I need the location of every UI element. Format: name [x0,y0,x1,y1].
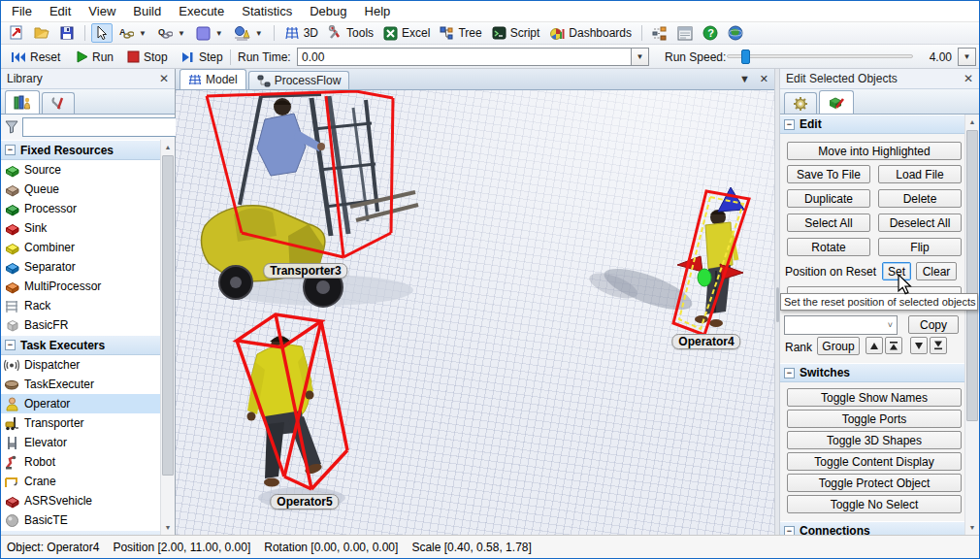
menu-help[interactable]: Help [356,2,400,20]
select-all-button[interactable]: Select All [787,214,870,232]
library-item-elevator[interactable]: Elevator [1,433,160,452]
library-item-taskexecuter[interactable]: TaskExecuter [1,375,160,394]
select-mode-button[interactable] [91,23,113,43]
new-model-button[interactable] [5,23,28,43]
collapse-icon[interactable]: − [784,526,795,536]
run-button[interactable]: Run [73,45,117,69]
scroll-up-icon[interactable]: ▲ [161,140,175,154]
toggle-content-display-button[interactable]: Toggle Content Display [787,452,962,471]
library-item-queue[interactable]: Queue [1,180,160,199]
library-item-transporter[interactable]: Transporter [1,413,160,433]
deselect-all-button[interactable]: Deselect All [878,214,962,232]
toggle-show-names-button[interactable]: Toggle Show Names [787,388,962,407]
library-item-basicfr[interactable]: BasicFR [1,315,160,335]
scroll-down-icon[interactable]: ▼ [161,520,175,535]
dashboards-button[interactable]: Dashboards [545,24,636,43]
tab-edit-objects[interactable] [819,90,854,114]
library-item-rack[interactable]: Rack [1,296,160,315]
save-model-button[interactable] [55,23,79,43]
tab-library-tools[interactable] [42,92,75,114]
chevron-down-icon[interactable]: ▼ [138,29,147,38]
rank-up-button[interactable] [866,337,883,354]
splitter-grip[interactable] [776,287,779,322]
menu-build[interactable]: Build [124,2,170,20]
section-header-edit[interactable]: −Edit [780,115,964,134]
menu-file[interactable]: File [3,2,41,20]
set-button[interactable]: Set [882,262,911,280]
open-3d-view-button[interactable]: 3D [280,24,322,42]
slider-track[interactable] [727,54,913,58]
scroll-up-icon[interactable]: ▲ [965,115,979,129]
menu-execute[interactable]: Execute [170,2,233,20]
chevron-down-icon[interactable]: ▼ [254,29,264,38]
rotate-button[interactable]: Rotate [787,238,870,256]
library-item-sink[interactable]: Sink [1,218,160,238]
menu-statistics[interactable]: Statistics [233,2,301,20]
flowchart-button[interactable] [648,24,671,43]
rank-to-bottom-button[interactable] [930,337,947,354]
run-time-input[interactable] [297,48,632,66]
library-scrollbar[interactable]: ▲ ▼ [160,140,175,535]
close-icon[interactable]: ✕ [964,72,973,85]
run-time-dropdown[interactable]: ▼ [631,48,649,66]
close-view-icon[interactable]: ✕ [760,73,768,85]
copy-button[interactable]: Copy [908,315,959,334]
script-button[interactable]: Script [488,24,544,42]
library-filter-input[interactable] [22,117,180,137]
library-item-basicte[interactable]: BasicTE [1,510,160,530]
library-item-asrsvehicle[interactable]: ASRSvehicle [1,491,160,510]
library-item-dispatcher[interactable]: Dispatcher [1,355,160,375]
library-section-task-executers[interactable]: −Task Executers [1,335,160,355]
library-section-travel-networks[interactable]: −Travel Networks [1,530,160,535]
stop-button[interactable]: Stop [123,45,172,69]
collapse-icon[interactable]: − [5,145,16,155]
toggle-ports-button[interactable]: Toggle Ports [787,410,962,428]
library-item-operator[interactable]: Operator [1,394,160,413]
menu-edit[interactable]: Edit [41,2,80,20]
run-speed-slider[interactable] [727,54,913,58]
scroll-thumb[interactable] [162,155,174,476]
close-icon[interactable]: ✕ [159,72,169,85]
tab-library-objects[interactable] [5,90,40,114]
group-button[interactable]: Group [817,337,860,355]
toggle-no-select-button[interactable]: Toggle No Select [787,495,962,513]
menu-view[interactable]: View [80,2,124,20]
online-content-button[interactable] [724,23,747,43]
collapse-icon[interactable]: − [5,340,16,350]
library-section-fixed-resources[interactable]: −Fixed Resources [1,140,160,160]
connect-ports-button[interactable]: Q▼ [153,24,190,42]
library-item-crane[interactable]: Crane [1,472,160,491]
color-button[interactable]: ▼ [192,24,228,43]
tab-settings[interactable] [784,92,817,114]
reset-button[interactable]: Reset [7,45,64,69]
section-header-switches[interactable]: −Switches [780,363,964,382]
rank-down-button[interactable] [910,337,928,354]
help-button[interactable]: ? [699,23,722,43]
properties-window-button[interactable] [673,24,697,43]
filter-funnel-icon[interactable] [4,119,19,135]
tree-button[interactable]: Tree [436,24,485,43]
tab-list-dropdown-icon[interactable]: ▼ [739,73,750,85]
chevron-down-icon[interactable]: ▼ [177,29,186,38]
tab-model[interactable]: Model [180,69,246,89]
library-item-combiner[interactable]: Combiner [1,238,160,257]
step-button[interactable]: Step [178,45,227,69]
tools-button[interactable]: Tools [324,23,377,43]
toggle-3d-shapes-button[interactable]: Toggle 3D Shapes [787,431,962,449]
3d-scene[interactable]: Transporter3 Operator4 Operator5 [176,90,774,535]
tab-processflow[interactable]: ProcessFlow [248,71,350,89]
library-item-source[interactable]: Source [1,160,160,180]
library-item-robot[interactable]: Robot [1,452,160,472]
library-item-multiprocessor[interactable]: MultiProcessor [1,277,160,296]
connect-objects-button[interactable]: A▼ [114,24,151,42]
rank-to-top-button[interactable] [885,337,902,354]
save-to-file-button[interactable]: Save To File [787,165,870,183]
run-speed-dropdown[interactable]: ▼ [958,48,976,66]
duplicate-button[interactable]: Duplicate [787,189,870,208]
menu-debug[interactable]: Debug [301,2,355,20]
edit-panel-scrollbar[interactable]: ▲ ▼ [964,115,979,535]
slider-handle[interactable] [741,49,750,64]
toggle-protect-object-button[interactable]: Toggle Protect Object [787,474,962,492]
create-objects-button[interactable]: ▼ [230,23,268,43]
delete-button[interactable]: Delete [878,189,962,208]
